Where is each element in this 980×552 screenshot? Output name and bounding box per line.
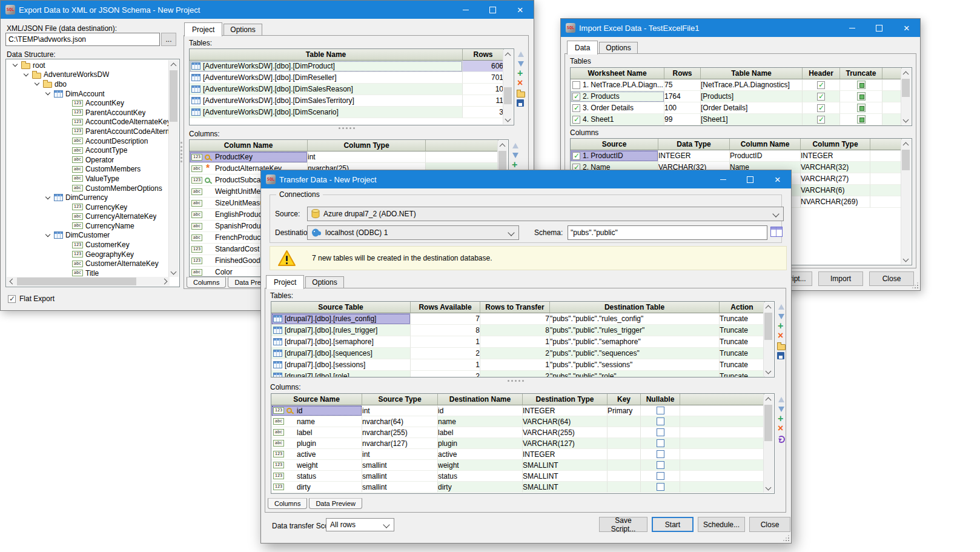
move-down-icon[interactable] — [517, 60, 525, 68]
nullable-checkbox[interactable] — [657, 472, 664, 480]
nullable-checkbox[interactable] — [657, 450, 664, 458]
table-row[interactable]: [AdventureWorksDW].[dbo].[DimReseller] 7… — [190, 72, 504, 84]
column-row[interactable]: weight smallint weight SMALLINT — [271, 460, 764, 471]
col-header-column-type[interactable]: Column Type — [308, 140, 426, 151]
nullable-checkbox[interactable] — [657, 483, 664, 491]
worksheet-row[interactable]: 3. Order Details 100 [Order Details] — [571, 102, 902, 114]
col-header-rows[interactable]: Rows — [463, 49, 504, 61]
maximize-button[interactable] — [866, 19, 893, 37]
col-header-rows-available[interactable]: Rows Available — [411, 302, 480, 313]
grid-splitter[interactable] — [339, 127, 355, 129]
col-header-destination-table[interactable]: Destination Table — [550, 302, 720, 313]
column-row[interactable]: 1. ProductID INTEGER ProductID INTEGER — [571, 150, 902, 162]
browse-button[interactable]: ... — [161, 33, 176, 46]
vertical-scrollbar[interactable] — [901, 68, 911, 125]
tree-item[interactable]: DimCurrency — [7, 193, 169, 202]
tree-item[interactable]: ParentAccountCodeAlternateKey — [7, 127, 169, 136]
add-icon[interactable] — [511, 161, 520, 170]
table-row[interactable]: [AdventureWorksDW].[dbo].[DimSalesReason… — [190, 84, 504, 95]
col-header-header[interactable]: Header — [803, 68, 840, 79]
table-row[interactable]: [AdventureWorksDW].[dbo].[DimSalesTerrit… — [190, 95, 504, 107]
chevron-down-icon[interactable] — [45, 90, 51, 97]
sheet-tab-columns[interactable]: Columns — [187, 277, 226, 288]
tab-data[interactable]: Data — [567, 41, 598, 55]
add-icon[interactable] — [777, 322, 786, 331]
minimize-button[interactable] — [838, 19, 866, 37]
move-up-icon[interactable] — [517, 50, 525, 59]
resize-grip[interactable] — [912, 282, 919, 289]
nullable-checkbox[interactable] — [657, 439, 664, 447]
column-row[interactable]: dirty smallint dirty SMALLINT — [271, 482, 764, 493]
column-checkbox[interactable] — [572, 152, 580, 160]
tree-item[interactable]: DimCustomer — [7, 231, 169, 241]
table-row[interactable]: [drupal7].[dbo].[rules_config] 7 7 "pubs… — [271, 313, 765, 325]
col-header-rows[interactable]: Rows — [664, 68, 701, 79]
transfer-titlebar[interactable]: Transfer Data - New Project — [261, 170, 791, 188]
move-down-icon[interactable] — [777, 313, 786, 321]
tab-project[interactable]: Project — [184, 22, 222, 36]
import-titlebar[interactable]: Import Excel Data - TestExcelFile1 — [561, 19, 920, 37]
col-header-table-name[interactable]: Table Name — [190, 49, 463, 61]
table-row[interactable]: [drupal7].[dbo].[sequences] 2 2 "pubs"."… — [271, 348, 765, 359]
move-up-icon[interactable] — [777, 396, 786, 404]
col-header-table-name[interactable]: Table Name — [701, 68, 803, 79]
tree-item[interactable]: DimAccount — [7, 89, 169, 99]
nullable-checkbox[interactable] — [657, 407, 664, 414]
tree-item[interactable]: root — [7, 61, 169, 70]
maximize-button[interactable] — [479, 1, 506, 19]
column-row[interactable]: name nvarchar(64) name VARCHAR(64) — [271, 416, 764, 427]
column-row[interactable]: label nvarchar(255) label VARCHAR(255) — [271, 427, 764, 438]
save-icon[interactable] — [517, 99, 525, 107]
column-row[interactable]: id int id INTEGER Primary — [271, 405, 764, 416]
worksheet-checkbox[interactable] — [572, 81, 580, 89]
column-row[interactable]: ProductKey int — [190, 151, 498, 163]
col-header-data-type[interactable]: Data Type — [658, 139, 730, 150]
col-header-rows-to-transfer[interactable]: Rows to Transfer — [480, 302, 550, 313]
del-icon[interactable] — [517, 79, 525, 88]
col-header-source[interactable]: Source — [571, 139, 658, 150]
col-header-nullable[interactable]: Nullable — [641, 394, 680, 405]
tree-vertical-scrollbar[interactable] — [168, 60, 179, 277]
save-script-button[interactable]: Save Script... — [599, 517, 647, 532]
tab-options[interactable]: Options — [223, 24, 262, 36]
tree-item[interactable]: ParentAccountKey — [7, 108, 169, 118]
move-up-icon[interactable] — [777, 303, 786, 311]
column-row[interactable]: status smallint status SMALLINT — [271, 471, 764, 482]
col-header-truncate[interactable]: Truncate — [840, 68, 882, 79]
worksheet-checkbox[interactable] — [572, 116, 580, 124]
tree-item[interactable]: CustomerAlternateKey — [7, 259, 169, 268]
vertical-scrollbar[interactable] — [763, 394, 773, 493]
tree-item[interactable]: ValueType — [7, 174, 169, 184]
tree-item[interactable]: Operator — [7, 155, 169, 165]
col-header-column-type[interactable]: Column Type — [801, 139, 870, 150]
move-down-icon[interactable] — [777, 405, 786, 414]
table-row[interactable]: [drupal7].[dbo].[sessions] 1 1 "pubs"."p… — [271, 359, 765, 371]
add-icon[interactable] — [517, 70, 525, 78]
tree-item[interactable]: AdventureWorksDW — [7, 70, 169, 80]
worksheet-checkbox[interactable] — [572, 93, 580, 101]
col-header-column-name[interactable]: Column Name — [730, 139, 801, 150]
nullable-checkbox[interactable] — [657, 461, 664, 469]
table-row[interactable]: [drupal7].[dbo].[semaphore] 1 1 "pubs"."… — [271, 336, 765, 348]
tree-item[interactable]: Title — [7, 268, 169, 277]
header-checkbox[interactable] — [817, 81, 825, 89]
source-combobox[interactable]: Azure drupal7_2 (ADO.NET) — [307, 207, 784, 221]
resize-grip[interactable] — [783, 534, 790, 542]
sheet-tab-data-preview[interactable]: Data Preview — [309, 498, 362, 509]
chevron-down-icon[interactable] — [23, 71, 30, 78]
tree-item[interactable]: CustomMemberOptions — [7, 184, 169, 193]
col-header-key[interactable]: Key — [608, 394, 641, 405]
save-icon[interactable] — [777, 351, 786, 360]
tree-item[interactable]: CurrencyAlternateKey — [7, 212, 169, 222]
tree-item[interactable]: CustomerKey — [7, 240, 169, 250]
tab-project[interactable]: Project — [266, 275, 304, 289]
header-checkbox[interactable] — [817, 116, 825, 124]
tree-item[interactable]: AccountDescription — [7, 136, 169, 146]
worksheet-checkbox[interactable] — [572, 104, 580, 112]
truncate-toggle[interactable] — [857, 81, 866, 89]
nullable-checkbox[interactable] — [657, 417, 664, 425]
tree-item[interactable]: dbo — [7, 79, 169, 89]
col-header-source-table[interactable]: Source Table — [271, 302, 411, 313]
chevron-down-icon[interactable] — [34, 81, 41, 87]
schema-input[interactable] — [568, 225, 767, 240]
